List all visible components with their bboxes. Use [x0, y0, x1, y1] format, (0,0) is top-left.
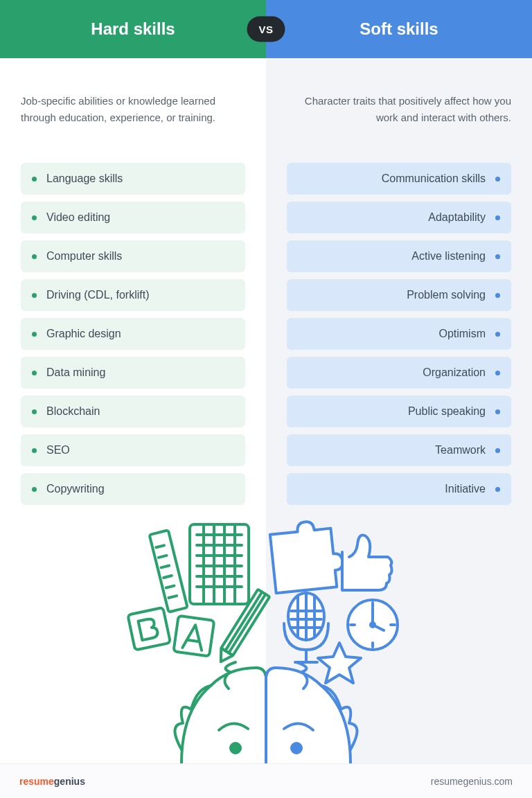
- skill-label: Blockchain: [46, 405, 100, 418]
- hard-skills-title: Hard skills: [91, 19, 175, 39]
- hard-skills-column: Job-specific abilities or knowledge lear…: [0, 58, 266, 763]
- skill-label: Data mining: [46, 366, 105, 379]
- skill-label: Problem solving: [407, 289, 486, 301]
- list-item: Organization: [287, 357, 511, 389]
- list-item: Graphic design: [21, 318, 245, 350]
- list-item: Computer skills: [21, 240, 245, 272]
- brand-part-1: resume: [19, 776, 54, 787]
- list-item: Adaptability: [287, 202, 511, 233]
- skill-label: Public speaking: [408, 405, 486, 418]
- bullet-icon: [32, 487, 37, 492]
- bullet-icon: [32, 332, 37, 337]
- skill-label: Language skills: [46, 172, 123, 185]
- hard-skills-header: Hard skills: [0, 0, 266, 58]
- list-item: Communication skills: [287, 163, 511, 195]
- brand-logo: resumegenius: [19, 776, 85, 787]
- skill-label: Organization: [423, 366, 486, 379]
- list-item: Optimism: [287, 318, 511, 350]
- list-item: Public speaking: [287, 396, 511, 427]
- skill-label: Adaptability: [428, 211, 486, 224]
- comparison-header: Hard skills Soft skills VS: [0, 0, 532, 58]
- soft-skills-list: Communication skillsAdaptabilityActive l…: [287, 163, 511, 505]
- list-item: Teamwork: [287, 434, 511, 466]
- skill-label: SEO: [46, 444, 70, 456]
- bullet-icon: [495, 409, 500, 414]
- footer: resumegenius resumegenius.com: [0, 763, 532, 798]
- skill-label: Driving (CDL, forklift): [46, 289, 149, 301]
- skill-label: Video editing: [46, 211, 110, 224]
- bullet-icon: [495, 215, 500, 220]
- skill-label: Copywriting: [46, 483, 105, 495]
- skill-label: Optimism: [438, 328, 486, 340]
- bullet-icon: [495, 332, 500, 337]
- bullet-icon: [32, 177, 37, 181]
- soft-skills-column: Character traits that positively affect …: [266, 58, 532, 763]
- bullet-icon: [32, 254, 37, 259]
- bullet-icon: [32, 293, 37, 298]
- soft-skills-title: Soft skills: [360, 19, 438, 39]
- list-item: SEO: [21, 434, 245, 466]
- bullet-icon: [495, 371, 500, 375]
- skill-label: Communication skills: [382, 172, 486, 185]
- list-item: Blockchain: [21, 396, 245, 427]
- hard-skills-description: Job-specific abilities or knowledge lear…: [21, 93, 245, 159]
- skill-label: Active listening: [411, 250, 486, 263]
- bullet-icon: [32, 409, 37, 414]
- list-item: Language skills: [21, 163, 245, 195]
- comparison-body: Job-specific abilities or knowledge lear…: [0, 58, 532, 763]
- list-item: Active listening: [287, 240, 511, 272]
- list-item: Data mining: [21, 357, 245, 389]
- list-item: Video editing: [21, 202, 245, 233]
- skill-label: Teamwork: [435, 444, 486, 456]
- bullet-icon: [32, 371, 37, 375]
- soft-skills-description: Character traits that positively affect …: [287, 93, 511, 159]
- brand-part-2: genius: [54, 776, 85, 787]
- skill-label: Computer skills: [46, 250, 122, 263]
- list-item: Driving (CDL, forklift): [21, 279, 245, 311]
- bullet-icon: [495, 487, 500, 492]
- list-item: Initiative: [287, 473, 511, 505]
- bullet-icon: [495, 293, 500, 298]
- vs-label: VS: [258, 24, 273, 35]
- bullet-icon: [32, 215, 37, 220]
- hard-skills-list: Language skillsVideo editingComputer ski…: [21, 163, 245, 505]
- list-item: Copywriting: [21, 473, 245, 505]
- soft-skills-header: Soft skills: [266, 0, 532, 58]
- skill-label: Initiative: [445, 483, 486, 495]
- bullet-icon: [495, 254, 500, 259]
- bullet-icon: [32, 448, 37, 453]
- vs-badge: VS: [247, 17, 285, 42]
- bullet-icon: [495, 177, 500, 181]
- skill-label: Graphic design: [46, 328, 121, 340]
- footer-site: resumegenius.com: [431, 776, 513, 787]
- bullet-icon: [495, 448, 500, 453]
- list-item: Problem solving: [287, 279, 511, 311]
